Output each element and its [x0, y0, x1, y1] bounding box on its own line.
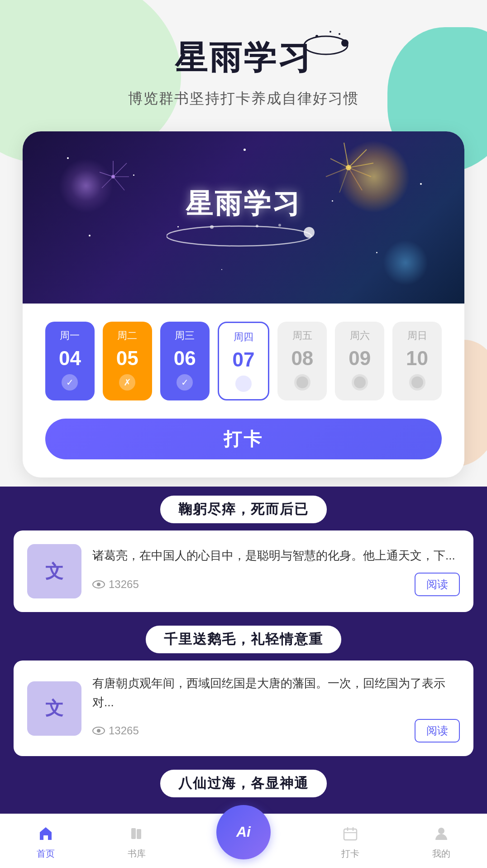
day-number: 09 [349, 347, 371, 370]
day-label: 周三 [175, 329, 195, 342]
header: 星雨学习 博览群书坚持打卡养成自律好习惯 [0, 0, 487, 122]
day-label: 周四 [234, 330, 253, 344]
nav-icon-3 [339, 822, 362, 845]
nav-item-1[interactable]: 书库 [125, 822, 148, 860]
svg-line-18 [100, 172, 113, 177]
svg-rect-32 [344, 829, 357, 840]
day-status-completed: ✓ [177, 374, 193, 391]
article-meta-0: 13265 阅读 [92, 573, 460, 596]
nav-icon-4 [430, 822, 453, 845]
svg-line-8 [349, 168, 362, 190]
day-card-05[interactable]: 周二 05 ✗ [103, 322, 152, 400]
ai-button[interactable]: Ai [216, 805, 271, 859]
dot-future [296, 376, 308, 388]
svg-point-13 [346, 165, 351, 170]
day-number: 07 [233, 348, 255, 371]
svg-point-24 [256, 225, 258, 227]
day-card-10[interactable]: 周日 10 [392, 322, 442, 400]
article-text-0: 诸葛亮，在中国人的心目中，是聪明与智慧的化身。他上通天文，下... [92, 546, 460, 565]
day-card-06[interactable]: 周三 06 ✓ [160, 322, 210, 400]
article-tag-text-1: 千里送鹅毛，礼轻情意重 [146, 626, 341, 653]
nav-item-4[interactable]: 我的 [430, 822, 453, 860]
day-status-future [409, 374, 425, 391]
article-icon-0: 文 [27, 544, 81, 598]
main-card: 星雨学习 周一 04 ✓ 周二 05 ✗ 周三 06 ✓ 周四 07 [23, 131, 464, 477]
day-card-08[interactable]: 周五 08 [277, 322, 327, 400]
article-block-1: 千里送鹅毛，礼轻情意重 文 有唐朝贞观年间，西域回纥国是大唐的藩国。一次，回纥国… [0, 617, 487, 756]
svg-point-0 [304, 36, 348, 54]
nav-icon-0 [34, 822, 57, 845]
nav-icon-1 [125, 822, 148, 845]
checkin-btn-wrap: 打卡 [23, 419, 464, 477]
nav-label-3: 打卡 [341, 848, 359, 860]
day-label: 周一 [60, 329, 80, 342]
article-text-1: 有唐朝贞观年间，西域回纥国是大唐的藩国。一次，回纥国为了表示对... [92, 674, 460, 712]
article-icon-1: 文 [27, 681, 81, 736]
article-tag-text-0: 鞠躬尽瘁，死而后已 [160, 496, 327, 523]
article-views-0: 13265 [92, 578, 139, 591]
svg-line-7 [349, 168, 371, 177]
article-read-button-1[interactable]: 阅读 [415, 719, 460, 743]
svg-rect-31 [137, 829, 141, 839]
article-tag-1: 千里送鹅毛，礼轻情意重 [0, 617, 487, 661]
day-card-09[interactable]: 周六 09 [335, 322, 384, 400]
eye-icon [92, 726, 105, 736]
day-number: 06 [174, 347, 196, 370]
svg-point-1 [341, 39, 349, 47]
svg-point-36 [438, 828, 444, 834]
day-number: 05 [116, 347, 138, 370]
header-title-wrap: 星雨学习 [175, 36, 312, 80]
svg-line-16 [113, 177, 124, 190]
article-content-0: 诸葛亮，在中国人的心目中，是聪明与智慧的化身。他上通天文，下... 13265 … [92, 546, 460, 596]
svg-point-27 [97, 583, 100, 586]
article-card-0: 文 诸葛亮，在中国人的心目中，是聪明与智慧的化身。他上通天文，下... 1326… [14, 530, 473, 612]
day-label: 周二 [117, 329, 137, 342]
banner-orbit-icon [167, 222, 320, 250]
day-status-today [235, 376, 252, 392]
svg-line-9 [339, 168, 349, 193]
article-tag-0: 鞠躬尽瘁，死而后已 [0, 487, 487, 530]
svg-point-2 [315, 35, 318, 38]
nav-item-2[interactable]: Ai [216, 823, 271, 859]
svg-rect-30 [131, 828, 136, 839]
svg-line-17 [102, 177, 113, 188]
article-card-1: 文 有唐朝贞观年间，西域回纥国是大唐的藩国。一次，回纥国为了表示对... 132… [14, 661, 473, 756]
svg-line-14 [113, 163, 127, 177]
article-block-0: 鞠躬尽瘁，死而后已 文 诸葛亮，在中国人的心目中，是聪明与智慧的化身。他上通天文… [0, 487, 487, 612]
svg-line-12 [344, 143, 349, 168]
views-count: 13265 [109, 578, 139, 591]
article-read-button-0[interactable]: 阅读 [415, 573, 460, 596]
article-tag-2: 八仙过海，各显神通 [0, 761, 487, 805]
nav-item-3[interactable]: 打卡 [339, 822, 362, 860]
day-card-07[interactable]: 周四 07 [218, 322, 270, 400]
article-meta-1: 13265 阅读 [92, 719, 460, 743]
banner: 星雨学习 [23, 131, 464, 304]
user-icon [433, 825, 449, 842]
calendar-grid: 周一 04 ✓ 周二 05 ✗ 周三 06 ✓ 周四 07 周五 08 周六 0… [45, 322, 442, 400]
page-content: 星雨学习 博览群书坚持打卡养成自律好习惯 [0, 0, 487, 818]
svg-point-3 [329, 31, 331, 33]
nav-label-4: 我的 [432, 848, 450, 860]
day-number: 04 [59, 347, 81, 370]
ai-button-text: Ai [236, 824, 251, 840]
day-card-04[interactable]: 周一 04 ✓ [45, 322, 95, 400]
article-content-1: 有唐朝贞观年间，西域回纥国是大唐的藩国。一次，回纥国为了表示对... 13265… [92, 674, 460, 743]
article-icon-char: 文 [45, 559, 63, 584]
checkin-button[interactable]: 打卡 [45, 419, 442, 459]
day-status-missed: ✗ [119, 374, 135, 391]
app-title: 星雨学习 [175, 36, 312, 80]
dot-future [354, 376, 366, 388]
views-count: 13265 [109, 724, 139, 737]
eye-icon [92, 579, 105, 589]
day-status-future [352, 374, 368, 391]
banner-logo: 星雨学习 [167, 186, 320, 250]
home-icon [38, 825, 54, 842]
app-subtitle: 博览群书坚持打卡养成自律好习惯 [0, 89, 487, 109]
nav-label-1: 书库 [128, 848, 146, 860]
day-status-completed: ✓ [62, 374, 78, 391]
article-icon-char: 文 [45, 696, 63, 721]
articles-section: 鞠躬尽瘁，死而后已 文 诸葛亮，在中国人的心目中，是聪明与智慧的化身。他上通天文… [0, 487, 487, 818]
calendar-section: 周一 04 ✓ 周二 05 ✗ 周三 06 ✓ 周四 07 周五 08 周六 0… [23, 304, 464, 419]
bottom-nav: 首页 书库 Ai 打卡 我的 [0, 814, 487, 868]
nav-item-0[interactable]: 首页 [34, 822, 57, 860]
